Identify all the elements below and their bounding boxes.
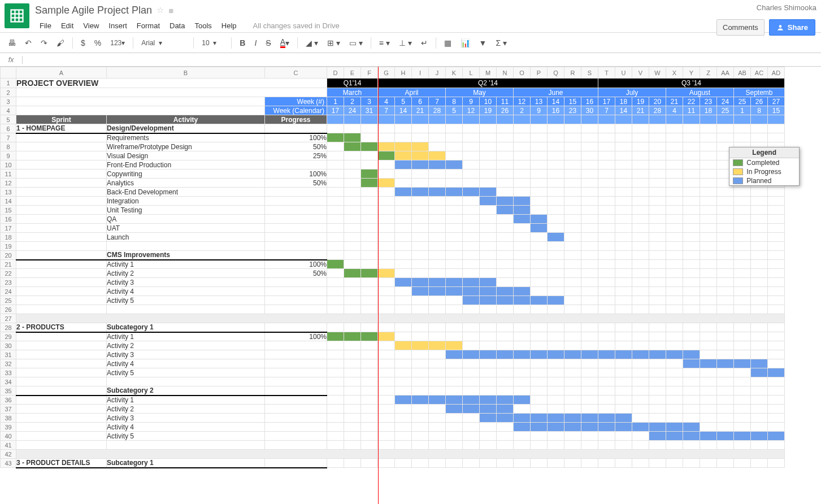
gantt-cell[interactable]	[632, 242, 649, 251]
gantt-cell[interactable]	[548, 215, 564, 224]
progress-cell[interactable]	[265, 215, 327, 224]
gantt-cell[interactable]	[632, 206, 649, 215]
gantt-cell[interactable]	[632, 251, 649, 260]
gantt-cell[interactable]	[581, 423, 598, 432]
gantt-cell[interactable]	[632, 441, 649, 450]
gantt-cell[interactable]	[446, 233, 463, 242]
gantt-cell[interactable]	[666, 124, 683, 133]
gantt-cell[interactable]	[344, 423, 361, 432]
gantt-cell[interactable]	[581, 377, 598, 386]
gantt-cell[interactable]	[361, 242, 378, 251]
formula-input[interactable]	[23, 56, 821, 64]
menu-format[interactable]: Format	[132, 19, 164, 32]
gantt-cell[interactable]	[564, 233, 581, 242]
gantt-cell[interactable]	[700, 305, 717, 314]
gantt-cell[interactable]	[446, 396, 463, 405]
gantt-cell[interactable]	[412, 432, 429, 441]
gantt-cell[interactable]	[344, 260, 361, 269]
gantt-cell[interactable]	[361, 142, 378, 151]
gantt-cell[interactable]	[412, 179, 429, 188]
progress-cell[interactable]	[265, 432, 327, 441]
gantt-cell[interactable]	[327, 133, 344, 142]
gantt-cell[interactable]	[412, 423, 429, 432]
gantt-cell[interactable]	[615, 233, 632, 242]
activity-cell[interactable]: Back-End Development	[107, 188, 265, 197]
gantt-cell[interactable]	[480, 341, 497, 350]
progress-cell[interactable]	[265, 278, 327, 287]
gantt-cell[interactable]	[446, 459, 463, 468]
gantt-cell[interactable]	[344, 224, 361, 233]
gantt-cell[interactable]	[497, 377, 514, 386]
gantt-cell[interactable]	[666, 396, 683, 405]
gantt-cell[interactable]	[581, 188, 598, 197]
gantt-cell[interactable]	[463, 124, 480, 133]
functions-button[interactable]: Σ ▾	[492, 36, 510, 50]
gantt-cell[interactable]	[480, 278, 497, 287]
gantt-cell[interactable]	[463, 386, 480, 396]
gantt-cell[interactable]	[429, 405, 446, 414]
gantt-cell[interactable]	[564, 170, 581, 179]
gantt-cell[interactable]	[666, 386, 683, 396]
gantt-cell[interactable]	[395, 414, 412, 423]
gantt-cell[interactable]	[531, 350, 548, 359]
col-header[interactable]: M	[480, 67, 497, 79]
gantt-cell[interactable]	[683, 160, 700, 170]
gantt-cell[interactable]	[649, 296, 666, 305]
number-format-select[interactable]: 123 ▾	[107, 37, 128, 49]
gantt-cell[interactable]	[666, 179, 683, 188]
row-header[interactable]: 7	[1, 133, 16, 142]
gantt-cell[interactable]	[564, 296, 581, 305]
gantt-cell[interactable]	[327, 287, 344, 296]
gantt-cell[interactable]	[378, 405, 395, 414]
gantt-cell[interactable]	[463, 441, 480, 450]
progress-cell[interactable]: 100%	[265, 170, 327, 179]
gantt-cell[interactable]	[412, 441, 429, 450]
gantt-cell[interactable]	[548, 206, 564, 215]
gantt-cell[interactable]	[632, 332, 649, 341]
activity-cell[interactable]: Activity 1	[107, 260, 265, 269]
gantt-cell[interactable]	[429, 377, 446, 386]
activity-cell[interactable]	[107, 377, 265, 386]
sprint-cell[interactable]	[16, 242, 107, 251]
menu-help[interactable]: Help	[217, 19, 241, 32]
gantt-cell[interactable]	[548, 260, 564, 269]
gantt-cell[interactable]	[632, 296, 649, 305]
gantt-cell[interactable]	[446, 251, 463, 260]
gantt-cell[interactable]	[327, 368, 344, 377]
gantt-cell[interactable]	[683, 260, 700, 269]
gantt-cell[interactable]	[598, 197, 615, 206]
progress-cell[interactable]	[265, 359, 327, 368]
gantt-cell[interactable]	[446, 368, 463, 377]
gantt-cell[interactable]	[531, 414, 548, 423]
gantt-cell[interactable]	[734, 215, 751, 224]
gantt-cell[interactable]	[700, 124, 717, 133]
gantt-cell[interactable]	[700, 359, 717, 368]
gantt-cell[interactable]	[632, 368, 649, 377]
gantt-cell[interactable]	[378, 170, 395, 179]
gantt-cell[interactable]	[564, 269, 581, 278]
gantt-cell[interactable]	[497, 423, 514, 432]
gantt-cell[interactable]	[463, 323, 480, 332]
gantt-cell[interactable]	[514, 124, 531, 133]
activity-cell[interactable]: Activity 2	[107, 405, 265, 414]
gantt-cell[interactable]	[327, 251, 344, 260]
gantt-cell[interactable]	[429, 278, 446, 287]
gantt-cell[interactable]	[463, 350, 480, 359]
gantt-cell[interactable]	[446, 188, 463, 197]
gantt-cell[interactable]	[344, 251, 361, 260]
gantt-cell[interactable]	[564, 242, 581, 251]
gantt-cell[interactable]	[666, 233, 683, 242]
col-header[interactable]: R	[564, 67, 581, 79]
gantt-cell[interactable]	[395, 215, 412, 224]
gantt-cell[interactable]	[615, 296, 632, 305]
sprint-cell[interactable]	[16, 151, 107, 160]
gantt-cell[interactable]	[632, 305, 649, 314]
gantt-cell[interactable]	[548, 305, 564, 314]
gantt-cell[interactable]	[548, 269, 564, 278]
gantt-cell[interactable]	[429, 350, 446, 359]
gantt-cell[interactable]	[378, 459, 395, 468]
gantt-cell[interactable]	[581, 251, 598, 260]
gantt-cell[interactable]	[480, 377, 497, 386]
row-header[interactable]: 40	[1, 432, 16, 441]
gantt-cell[interactable]	[514, 242, 531, 251]
